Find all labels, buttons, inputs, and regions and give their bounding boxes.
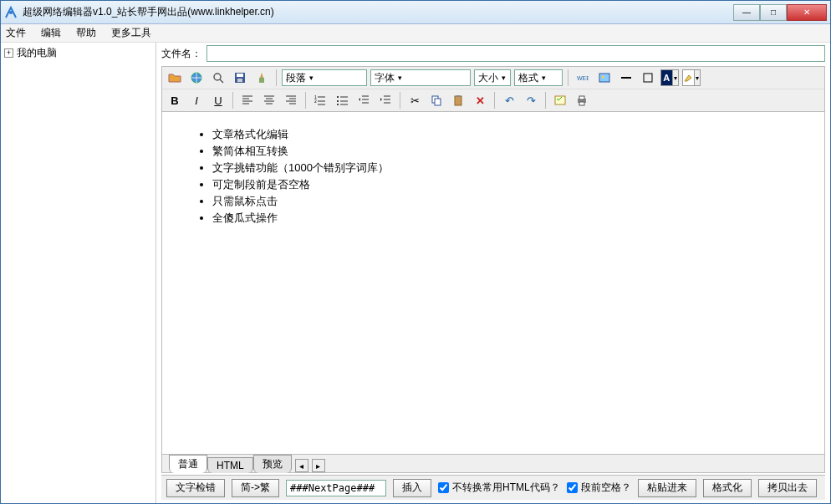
italic-button[interactable]: I — [187, 91, 206, 109]
separator — [545, 92, 546, 109]
highlight-color-picker[interactable]: ▾ — [682, 69, 701, 86]
align-right-button[interactable] — [282, 91, 300, 109]
separator — [568, 69, 568, 86]
list-item: 只需鼠标点击 — [212, 194, 808, 209]
svg-point-0 — [9, 11, 13, 14]
window-controls: — □ ✕ — [733, 4, 827, 21]
chevron-down-icon: ▾ — [309, 74, 314, 82]
toolbar-row-1: 段落▾ 字体▾ 大小▾ 格式▾ WEB A▾ ▾ — [162, 67, 824, 89]
save-button[interactable] — [231, 69, 249, 87]
text-color-picker[interactable]: A▾ — [660, 69, 679, 86]
svg-point-16 — [337, 100, 339, 102]
filename-input[interactable] — [206, 45, 825, 62]
svg-rect-6 — [237, 79, 242, 82]
copy-out-button[interactable]: 拷贝出去 — [758, 479, 817, 497]
insert-button[interactable]: 插入 — [393, 479, 431, 497]
menu-more-tools[interactable]: 更多工具 — [111, 26, 151, 40]
image-button[interactable] — [595, 69, 614, 87]
indent-button[interactable] — [376, 91, 395, 109]
svg-point-17 — [337, 104, 339, 105]
chevron-down-icon: ▾ — [542, 74, 546, 82]
separator — [305, 92, 306, 109]
preview-button[interactable] — [551, 91, 569, 109]
svg-line-3 — [220, 79, 223, 83]
search-button[interactable] — [209, 69, 227, 87]
toolbar-row-2: B I U 12 ✂ ✕ — [162, 89, 824, 111]
list-item: 文章格式化编辑 — [212, 127, 808, 142]
bottom-toolbar: 文字检错 简->繁 插入 不转换常用HTML代码？ 段前空格？ 粘贴进来 格式化… — [161, 475, 825, 500]
tab-nav-right[interactable]: ▸ — [312, 459, 325, 472]
body-area: + 我的电脑 文件名： 段落▾ 字体▾ 大小▾ — [1, 43, 830, 503]
print-button[interactable] — [573, 91, 591, 109]
list-item: 文字挑错功能（1000个错别字词库） — [212, 160, 808, 176]
font-combo[interactable]: 字体▾ — [370, 69, 471, 86]
svg-rect-19 — [435, 99, 441, 105]
size-combo[interactable]: 大小▾ — [474, 69, 511, 86]
close-button[interactable]: ✕ — [787, 4, 827, 21]
format-combo[interactable]: 格式▾ — [514, 69, 563, 86]
tab-nav-left[interactable]: ◂ — [295, 459, 308, 472]
minimize-button[interactable]: — — [733, 4, 760, 21]
tab-html[interactable]: HTML — [207, 457, 253, 473]
list-item: 全傻瓜式操作 — [212, 211, 808, 226]
app-window: 超级网络编辑器v1.0_站长帮手网出品(www.linkhelper.cn) —… — [0, 0, 831, 504]
main-area: 文件名： 段落▾ 字体▾ 大小▾ 格式▾ WEB — [156, 43, 830, 503]
svg-text:WEB: WEB — [577, 75, 589, 81]
special-char-button[interactable] — [639, 69, 657, 87]
maximize-button[interactable]: □ — [760, 4, 787, 21]
cleanup-button[interactable] — [252, 69, 271, 87]
filename-row: 文件名： — [156, 43, 830, 64]
tree-root-label: 我的电脑 — [17, 46, 57, 60]
svg-rect-20 — [455, 96, 461, 105]
svg-point-10 — [602, 76, 604, 79]
svg-rect-7 — [259, 78, 264, 83]
svg-point-2 — [214, 74, 221, 80]
browser-button[interactable] — [187, 69, 206, 87]
tab-preview[interactable]: 预览 — [253, 455, 292, 473]
ordered-list-button[interactable]: 12 — [311, 91, 329, 109]
menu-edit[interactable]: 编辑 — [41, 26, 61, 40]
cut-button[interactable]: ✂ — [405, 91, 424, 109]
simp-to-trad-button[interactable]: 简->繁 — [232, 479, 279, 497]
sidebar: + 我的电脑 — [1, 43, 156, 503]
spellcheck-button[interactable]: 文字检错 — [166, 479, 225, 497]
svg-rect-9 — [599, 74, 609, 82]
editor-content[interactable]: 文章格式化编辑 繁简体相互转换 文字挑错功能（1000个错别字词库） 可定制段前… — [161, 112, 825, 455]
align-left-button[interactable] — [238, 91, 257, 109]
copy-button[interactable] — [427, 91, 446, 109]
menu-help[interactable]: 帮助 — [76, 26, 96, 40]
undo-button[interactable]: ↶ — [500, 91, 518, 109]
format-button[interactable]: 格式化 — [703, 479, 752, 497]
bold-button[interactable]: B — [166, 91, 184, 109]
paste-in-button[interactable]: 粘贴进来 — [638, 479, 696, 497]
open-folder-button[interactable] — [166, 69, 184, 87]
unordered-list-button[interactable] — [333, 91, 351, 109]
chevron-down-icon: ▾ — [398, 74, 402, 82]
outdent-button[interactable] — [354, 91, 373, 109]
delete-button[interactable]: ✕ — [471, 91, 489, 109]
web-button[interactable]: WEB — [574, 69, 592, 87]
underline-button[interactable]: U — [209, 91, 227, 109]
svg-point-15 — [337, 96, 339, 98]
content-list: 文章格式化编辑 繁简体相互转换 文字挑错功能（1000个错别字词库） 可定制段前… — [179, 127, 808, 226]
svg-rect-25 — [579, 102, 584, 105]
align-center-button[interactable] — [260, 91, 278, 109]
separator — [232, 92, 233, 109]
svg-rect-24 — [579, 96, 584, 99]
separator — [400, 92, 400, 109]
chevron-down-icon: ▾ — [672, 70, 678, 85]
separator — [494, 92, 495, 109]
expand-icon[interactable]: + — [4, 48, 13, 58]
paste-button[interactable] — [449, 91, 467, 109]
paragraph-combo[interactable]: 段落▾ — [282, 69, 367, 86]
keep-html-checkbox[interactable]: 不转换常用HTML代码？ — [438, 481, 560, 495]
hr-button[interactable] — [617, 69, 635, 87]
tab-normal[interactable]: 普通 — [169, 455, 207, 473]
indent-space-checkbox[interactable]: 段前空格？ — [567, 481, 631, 495]
titlebar: 超级网络编辑器v1.0_站长帮手网出品(www.linkhelper.cn) —… — [1, 1, 830, 24]
redo-button[interactable]: ↷ — [522, 91, 540, 109]
tree-root-my-computer[interactable]: + 我的电脑 — [4, 46, 152, 60]
nextpage-input[interactable] — [286, 480, 386, 496]
app-logo-icon — [4, 6, 18, 19]
menu-file[interactable]: 文件 — [6, 26, 26, 40]
